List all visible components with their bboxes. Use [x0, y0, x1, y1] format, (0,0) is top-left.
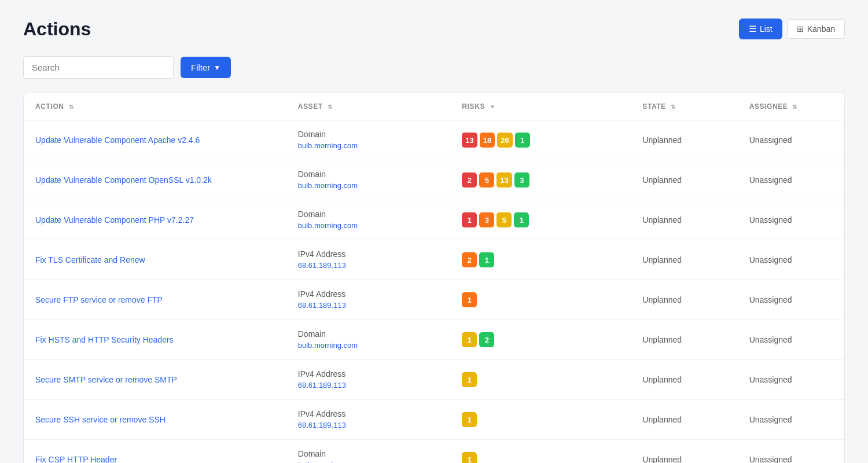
- sort-icon-action: ⇅: [69, 104, 74, 110]
- sort-icon-state: ⇅: [671, 104, 676, 110]
- kanban-icon: ⊞: [797, 24, 804, 34]
- asset-type: Domain: [298, 170, 439, 179]
- asset-type: Domain: [298, 329, 439, 339]
- assignee-text: Unassigned: [749, 135, 792, 145]
- asset-type: IPv4 Address: [298, 369, 439, 379]
- asset-type: IPv4 Address: [298, 409, 439, 418]
- asset-link[interactable]: 68.61.189.113: [298, 301, 346, 310]
- risks-cell: 1: [462, 452, 619, 463]
- action-link[interactable]: Update Vulnerable Component OpenSSL v1.0…: [35, 175, 212, 185]
- table-row: Fix TLS Certificate and RenewIPv4 Addres…: [24, 240, 844, 280]
- risk-badge-medium: 1: [462, 452, 477, 463]
- asset-link[interactable]: 68.61.189.113: [298, 421, 346, 429]
- table-header-row: ACTION ⇅ ASSET ⇅ RISKS ▼ STATE ⇅: [24, 93, 844, 120]
- risk-badge-medium: 5: [496, 212, 512, 227]
- risk-badge-critical: 1: [462, 212, 477, 227]
- asset-type: Domain: [298, 449, 439, 458]
- risk-badge-high: 2: [462, 252, 477, 267]
- risks-cell: 1318261: [462, 133, 619, 148]
- actions-table-container: ACTION ⇅ ASSET ⇅ RISKS ▼ STATE ⇅: [23, 93, 845, 463]
- toolbar: Filter ▼: [23, 56, 845, 79]
- kanban-view-button[interactable]: ⊞ Kanban: [787, 19, 845, 39]
- list-view-button[interactable]: ☰ List: [739, 19, 782, 39]
- asset-link[interactable]: 68.61.189.113: [298, 261, 346, 270]
- asset-link[interactable]: bulb.morning.com: [298, 181, 358, 190]
- asset-link[interactable]: bulb.morning.com: [298, 341, 358, 350]
- action-link[interactable]: Update Vulnerable Component Apache v2.4.…: [35, 135, 200, 145]
- action-link[interactable]: Update Vulnerable Component PHP v7.2.27: [35, 215, 194, 225]
- risk-badge-low: 2: [479, 332, 494, 347]
- table-row: Fix HSTS and HTTP Security HeadersDomain…: [24, 320, 844, 360]
- risks-cell: 25133: [462, 172, 619, 188]
- action-link[interactable]: Fix HSTS and HTTP Security Headers: [35, 335, 174, 344]
- table-row: Fix CSP HTTP HeaderDomainbulb.morning.co…: [24, 440, 844, 464]
- sort-icon-assignee: ⇅: [792, 104, 797, 110]
- table-row: Secure SMTP service or remove SMTPIPv4 A…: [24, 360, 844, 400]
- table-row: Update Vulnerable Component Apache v2.4.…: [24, 120, 844, 160]
- view-toggle-group: ☰ List ⊞ Kanban: [739, 19, 845, 39]
- filter-button[interactable]: Filter ▼: [181, 57, 231, 78]
- risks-cell: 12: [462, 332, 619, 347]
- risk-badge-high: 5: [479, 172, 494, 188]
- action-link[interactable]: Secure FTP service or remove FTP: [35, 295, 163, 304]
- assignee-text: Unassigned: [749, 175, 792, 185]
- risks-cell: 1: [462, 292, 619, 307]
- asset-link[interactable]: bulb.morning.com: [298, 141, 358, 150]
- filter-dropdown-icon: ▼: [214, 64, 220, 72]
- risk-badge-high: 3: [479, 212, 494, 227]
- risks-cell: 21: [462, 252, 619, 267]
- state-text: Unplanned: [642, 175, 682, 185]
- risk-badge-critical: 13: [462, 133, 477, 148]
- risk-badge-low: 3: [514, 172, 529, 188]
- asset-type: Domain: [298, 130, 439, 139]
- action-link[interactable]: Fix CSP HTTP Header: [35, 455, 117, 463]
- filter-label: Filter: [191, 63, 210, 72]
- column-header-assignee[interactable]: ASSIGNEE ⇅: [738, 93, 844, 120]
- assignee-text: Unassigned: [749, 455, 792, 463]
- assignee-text: Unassigned: [749, 215, 792, 225]
- state-text: Unplanned: [642, 375, 682, 384]
- column-header-risks[interactable]: RISKS ▼: [450, 93, 631, 120]
- table-row: Secure SSH service or remove SSHIPv4 Add…: [24, 400, 844, 440]
- risk-badge-medium: 1: [462, 372, 477, 387]
- risk-badge-medium: 1: [462, 332, 477, 347]
- state-text: Unplanned: [642, 455, 682, 463]
- action-link[interactable]: Secure SMTP service or remove SMTP: [35, 375, 177, 384]
- search-input[interactable]: [23, 56, 174, 79]
- asset-type: Domain: [298, 210, 439, 219]
- assignee-text: Unassigned: [749, 415, 792, 424]
- risk-badge-low: 1: [514, 212, 529, 227]
- sort-icon-asset: ⇅: [328, 104, 333, 110]
- assignee-text: Unassigned: [749, 295, 792, 304]
- risks-cell: 1: [462, 372, 619, 387]
- risk-badge-low: 1: [515, 133, 530, 148]
- table-row: Update Vulnerable Component OpenSSL v1.0…: [24, 160, 844, 200]
- risk-badge-medium: 13: [496, 172, 512, 188]
- page-title: Actions: [23, 19, 845, 40]
- table-row: Secure FTP service or remove FTPIPv4 Add…: [24, 280, 844, 320]
- state-text: Unplanned: [642, 295, 682, 304]
- risk-badge-high: 1: [462, 292, 477, 307]
- action-link[interactable]: Fix TLS Certificate and Renew: [35, 255, 145, 264]
- column-header-state[interactable]: STATE ⇅: [631, 93, 737, 120]
- kanban-view-label: Kanban: [807, 24, 835, 34]
- state-text: Unplanned: [642, 335, 682, 344]
- assignee-text: Unassigned: [749, 255, 792, 264]
- state-text: Unplanned: [642, 415, 682, 424]
- list-view-label: List: [760, 24, 773, 34]
- actions-table: ACTION ⇅ ASSET ⇅ RISKS ▼ STATE ⇅: [24, 93, 844, 463]
- column-header-action[interactable]: ACTION ⇅: [24, 93, 286, 120]
- state-text: Unplanned: [642, 135, 682, 145]
- asset-type: IPv4 Address: [298, 289, 439, 299]
- state-text: Unplanned: [642, 215, 682, 225]
- list-icon: ☰: [749, 24, 756, 34]
- action-link[interactable]: Secure SSH service or remove SSH: [35, 415, 165, 424]
- asset-link[interactable]: bulb.morning.com: [298, 221, 358, 230]
- risks-cell: 1351: [462, 212, 619, 227]
- risk-badge-low: 1: [479, 252, 494, 267]
- risk-badge-critical: 2: [462, 172, 477, 188]
- asset-link[interactable]: 68.61.189.113: [298, 381, 346, 389]
- column-header-asset[interactable]: ASSET ⇅: [286, 93, 451, 120]
- asset-link[interactable]: bulb.morning.com: [298, 461, 358, 463]
- assignee-text: Unassigned: [749, 375, 792, 384]
